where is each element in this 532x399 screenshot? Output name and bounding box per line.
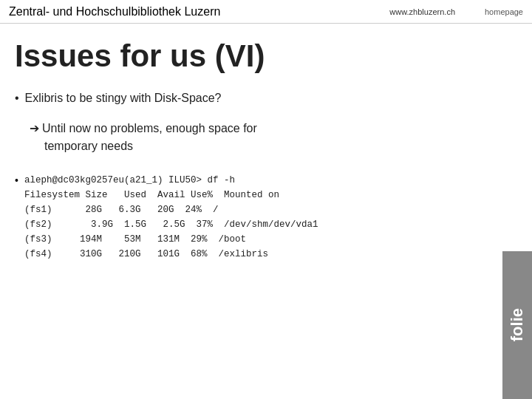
- arrow-section: ➔Until now no problems, enough space for…: [30, 120, 480, 155]
- top-bar: Zentral- und Hochschulbibliothek Luzern …: [0, 0, 532, 24]
- main-content: Issues for us (VI) • Exlibris to be stin…: [0, 24, 502, 399]
- homepage-link[interactable]: homepage: [485, 7, 523, 16]
- code-bullet: • aleph@dc03kg0257eu(a21_1) ILU50> df -h…: [15, 173, 480, 262]
- page-title: Issues for us (VI): [15, 38, 480, 74]
- website: www.zhbluzern.ch: [389, 7, 455, 16]
- bullet-dot-1: •: [15, 92, 19, 105]
- bullet-item-1: • Exlibris to be stingy with Disk-Space?: [15, 92, 480, 105]
- code-section: • aleph@dc03kg0257eu(a21_1) ILU50> df -h…: [15, 173, 480, 262]
- arrow-text: ➔Until now no problems, enough space for…: [30, 120, 480, 155]
- code-bullet-dot: •: [15, 174, 18, 186]
- code-block: aleph@dc03kg0257eu(a21_1) ILU50> df -h F…: [24, 173, 318, 262]
- bullet-text-1: Exlibris to be stingy with Disk-Space?: [25, 92, 222, 105]
- arrow-line2: temporary needs: [44, 140, 133, 152]
- side-label-text: folie: [508, 308, 527, 341]
- arrow-icon: ➔: [30, 122, 39, 134]
- arrow-line1: Until now no problems, enough space for: [42, 122, 257, 134]
- org-name: Zentral- und Hochschulbibliothek Luzern: [9, 5, 220, 18]
- bullet-section: • Exlibris to be stingy with Disk-Space?: [15, 92, 480, 105]
- side-label: folie: [502, 251, 532, 399]
